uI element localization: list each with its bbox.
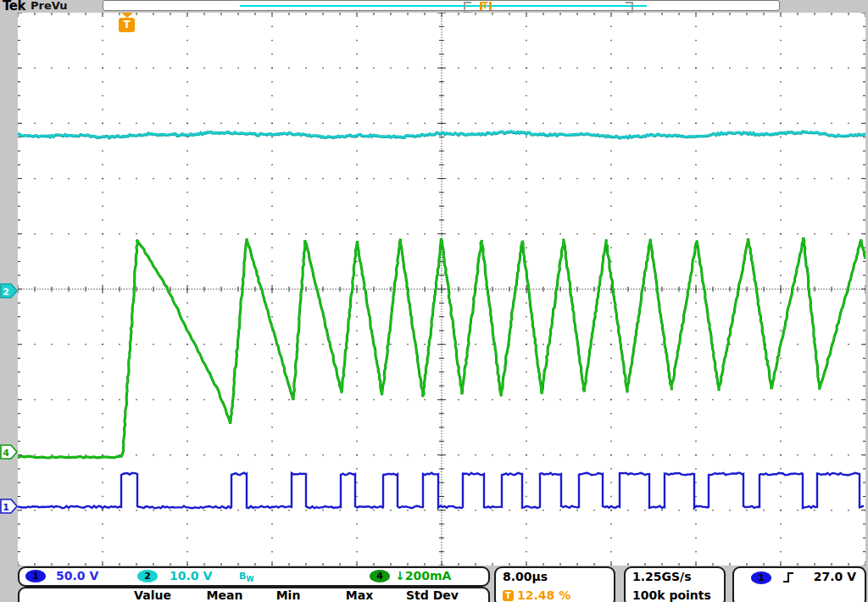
horizontal-scale-readout: 8.00µs — [503, 570, 548, 583]
trigger-time-flag[interactable]: T — [119, 13, 136, 33]
channel-2-position-marker[interactable]: 2 — [0, 283, 19, 298]
rising-edge-slope-icon — [782, 571, 795, 584]
record-window-right-bracket[interactable] — [626, 2, 633, 14]
measurement-header-max: Max — [346, 588, 373, 602]
acquisition-mode-label: PreVu — [31, 0, 68, 12]
record-window-left-bracket[interactable] — [464, 2, 471, 14]
channel-1-scale-readout: 50.0 V — [56, 569, 98, 582]
channel-4-marker-label: 4 — [3, 448, 9, 459]
trigger-readout-box[interactable]: 1 27.0 V — [732, 566, 866, 602]
trigger-level-readout: 27.0 V — [814, 570, 856, 583]
channel-4-position-marker[interactable]: 4 — [0, 444, 19, 460]
record-waveform-line — [240, 5, 647, 7]
tek-logo: Tek — [3, 0, 25, 14]
record-view-bar[interactable]: T — [103, 0, 780, 11]
trigger-time-flag-icon: T — [119, 18, 135, 32]
channel-2-bandwidth-limit-icon: BW — [239, 571, 253, 583]
channel-1-badge[interactable]: 1 — [25, 570, 46, 582]
record-length-readout: 100k points — [632, 588, 711, 602]
channel-2-scale-readout: 10.0 V — [170, 569, 212, 582]
trigger-source-badge: 1 — [751, 571, 771, 584]
measurement-header-min: Min — [276, 588, 301, 602]
channel-1-marker-label: 1 — [3, 502, 9, 513]
record-trigger-position-icon[interactable]: T — [479, 1, 492, 11]
measurement-header-mean: Mean — [207, 588, 243, 602]
measurement-header-value: Value — [134, 588, 171, 602]
sample-rate-readout: 1.25GS/s — [632, 570, 692, 583]
oscilloscope-screen: { "header": { "brand": "Tek", "mode": "P… — [0, 0, 868, 602]
channel-4-badge[interactable]: 4 — [370, 570, 390, 582]
channel-1-position-marker[interactable]: 1 — [0, 499, 19, 514]
trigger-position-icon: T — [503, 590, 514, 601]
measurement-header-std-dev: Std Dev — [406, 588, 459, 602]
trace-ch1 — [18, 473, 864, 509]
horizontal-trigger-readout-box[interactable]: 8.00µs T 12.48 % — [494, 566, 615, 602]
top-status-bar: Tek PreVu T — [0, 0, 868, 13]
channel-4-scale-readout: ↓200mA — [395, 569, 451, 582]
waveform-display: T — [18, 13, 865, 566]
waveform-canvas — [18, 13, 865, 566]
channel-2-badge[interactable]: 2 — [137, 570, 158, 582]
acquisition-readout-box[interactable]: 1.25GS/s 100k points — [624, 566, 726, 602]
channel-2-marker-label: 2 — [3, 287, 9, 298]
trigger-position-readout: 12.48 % — [517, 588, 570, 602]
